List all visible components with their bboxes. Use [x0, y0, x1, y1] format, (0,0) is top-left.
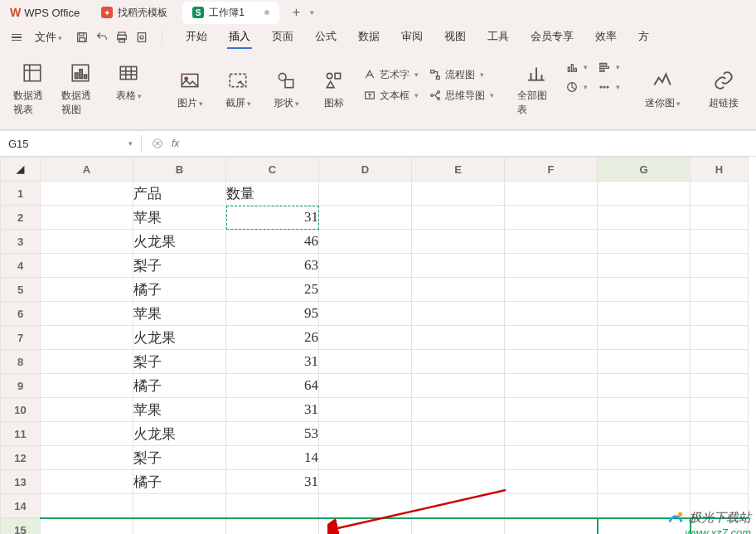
name-box[interactable]: G15 ▾ — [0, 135, 142, 153]
cell-C10[interactable]: 31 — [226, 398, 319, 422]
cell-G15-selected[interactable] — [598, 518, 691, 535]
ribbon-tab-formula[interactable]: 公式 — [313, 26, 338, 49]
ribbon-tab-member[interactable]: 会员专享 — [529, 26, 575, 49]
ribbon-tab-more[interactable]: 方 — [637, 26, 651, 49]
cell-C2[interactable]: 31 — [226, 206, 319, 230]
row-header[interactable]: 14 — [1, 494, 41, 518]
svg-rect-15 — [120, 66, 137, 79]
cell-B2[interactable]: 苹果 — [133, 206, 226, 230]
flowchart-button[interactable]: 流程图▾ — [425, 66, 497, 84]
wps-logo-icon: W — [10, 6, 21, 19]
select-all-corner[interactable]: ◢ — [1, 158, 41, 182]
cell-C3[interactable]: 46 — [226, 230, 319, 254]
ribbon-tab-insert[interactable]: 插入 — [227, 26, 252, 49]
row-header[interactable]: 12 — [1, 446, 41, 470]
col-header-B[interactable]: B — [133, 158, 226, 182]
cell-B6[interactable]: 苹果 — [133, 302, 226, 326]
print-icon[interactable] — [115, 31, 128, 44]
ribbon-tab-efficiency[interactable]: 效率 — [594, 26, 618, 49]
row-header[interactable]: 11 — [1, 422, 41, 446]
hbar-chart-button[interactable]: ▾ — [594, 59, 623, 75]
row-header[interactable]: 9 — [1, 374, 41, 398]
cell-C5[interactable]: 25 — [226, 278, 319, 302]
sparkline-button[interactable]: 迷你图▾ — [640, 66, 685, 114]
cell-C13[interactable]: 31 — [226, 470, 319, 494]
row-header[interactable]: 8 — [1, 350, 41, 374]
tab-template[interactable]: ✦ 找稻壳模板 — [91, 2, 177, 24]
cancel-icon[interactable] — [152, 138, 163, 149]
cell-C8[interactable]: 31 — [226, 350, 319, 374]
ribbon-tab-data[interactable]: 数据 — [356, 26, 381, 49]
col-header-H[interactable]: H — [691, 158, 749, 182]
picture-button[interactable]: 图片▾ — [167, 66, 212, 114]
cell-B1[interactable]: 产品 — [133, 182, 226, 206]
col-header-G[interactable]: G — [598, 158, 691, 182]
row-header[interactable]: 1 — [1, 182, 41, 206]
col-header-F[interactable]: F — [505, 158, 598, 182]
icons-button[interactable]: 图标 — [312, 66, 356, 114]
cell-B7[interactable]: 火龙果 — [133, 326, 226, 350]
col-header-C[interactable]: C — [226, 158, 319, 182]
tab-workbook-active[interactable]: S 工作簿1 — [182, 2, 279, 24]
ribbon: 数据透视表 数据透视图 表格▾ 图片▾ 截屏▾ 形状▾ 图标 艺术字▾ — [0, 50, 756, 130]
bar-chart-button[interactable]: ▾ — [562, 59, 591, 75]
all-charts-button[interactable]: 全部图表 — [514, 59, 559, 120]
formula-bar[interactable]: fx — [142, 138, 189, 149]
menu-file[interactable]: 文件▾ — [28, 27, 69, 48]
mindmap-button[interactable]: 思维导图▾ — [425, 87, 497, 104]
picture-icon — [179, 70, 201, 91]
save-icon[interactable] — [75, 31, 89, 44]
cell-C9[interactable]: 64 — [226, 374, 319, 398]
tab-menu-dropdown[interactable]: ▾ — [310, 8, 314, 17]
col-header-D[interactable]: D — [319, 158, 412, 182]
ribbon-tab-review[interactable]: 审阅 — [400, 26, 424, 49]
row-header[interactable]: 13 — [1, 470, 41, 494]
shapes-button[interactable]: 形状▾ — [264, 66, 308, 114]
cell-C6[interactable]: 95 — [226, 302, 319, 326]
textbox-button[interactable]: 文本框▾ — [360, 87, 422, 104]
row-header[interactable]: 4 — [1, 254, 41, 278]
cell-B10[interactable]: 苹果 — [133, 398, 226, 422]
fx-icon[interactable]: fx — [172, 138, 179, 149]
hamburger-menu[interactable] — [7, 31, 27, 45]
cell-B5[interactable]: 橘子 — [133, 278, 226, 302]
col-header-A[interactable]: A — [41, 158, 133, 182]
row-header[interactable]: 5 — [1, 278, 41, 302]
pivot-table-button[interactable]: 数据透视表 — [10, 59, 55, 120]
col-header-E[interactable]: E — [412, 158, 505, 182]
pie-chart-button[interactable]: ▾ — [562, 79, 591, 95]
cell-C7[interactable]: 26 — [226, 326, 319, 350]
more-charts-button[interactable]: ▾ — [594, 79, 623, 95]
svg-point-45 — [603, 86, 605, 88]
cell-B13[interactable]: 橘子 — [133, 470, 226, 494]
ribbon-tab-view[interactable]: 视图 — [443, 26, 468, 49]
cell-C12[interactable]: 14 — [226, 446, 319, 470]
spreadsheet-grid[interactable]: ◢ A B C D E F G H 1产品数量 2苹果31 3火龙果46 4梨子… — [0, 157, 756, 534]
row-header[interactable]: 7 — [1, 326, 41, 350]
cell-B3[interactable]: 火龙果 — [133, 230, 226, 254]
ribbon-tab-home[interactable]: 开始 — [184, 26, 209, 49]
row-header[interactable]: 3 — [1, 230, 41, 254]
cell-B12[interactable]: 梨子 — [133, 446, 226, 470]
tab-add-button[interactable]: + — [286, 2, 307, 23]
undo-icon[interactable] — [95, 31, 109, 44]
pivot-chart-button[interactable]: 数据透视图 — [58, 59, 103, 120]
ribbon-tab-tools[interactable]: 工具 — [486, 26, 511, 49]
ribbon-tab-page[interactable]: 页面 — [270, 26, 295, 49]
wordart-button[interactable]: 艺术字▾ — [360, 66, 422, 84]
table-button[interactable]: 表格▾ — [106, 59, 151, 106]
cell-B11[interactable]: 火龙果 — [133, 422, 226, 446]
cell-B4[interactable]: 梨子 — [133, 254, 226, 278]
hyperlink-button[interactable]: 超链接 — [701, 66, 746, 114]
row-header[interactable]: 10 — [1, 398, 41, 422]
print-preview-icon[interactable] — [135, 31, 148, 44]
cell-C11[interactable]: 53 — [226, 422, 319, 446]
row-header[interactable]: 15 — [1, 518, 41, 535]
row-header[interactable]: 2 — [1, 206, 41, 230]
cell-C4[interactable]: 63 — [226, 254, 319, 278]
cell-B8[interactable]: 梨子 — [133, 350, 226, 374]
row-header[interactable]: 6 — [1, 302, 41, 326]
cell-B9[interactable]: 橘子 — [133, 374, 226, 398]
cell-C1[interactable]: 数量 — [226, 182, 319, 206]
screenshot-button[interactable]: 截屏▾ — [216, 66, 260, 114]
